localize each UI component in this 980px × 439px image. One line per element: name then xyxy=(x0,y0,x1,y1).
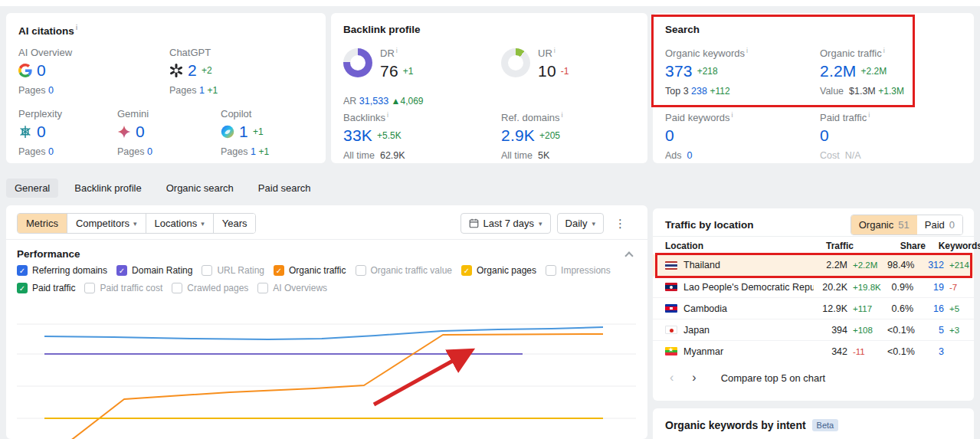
backlinks-alltime: All time 62.9K xyxy=(343,150,489,161)
location-row-thailand[interactable]: Thailand2.2M+2.2M98.4%312+214 xyxy=(653,254,974,276)
keywords-value[interactable]: 19 xyxy=(913,282,944,293)
filter-competitors-button[interactable]: Competitors▾ xyxy=(67,214,146,233)
ref-domains-label: Ref. domainsi xyxy=(501,111,647,123)
info-icon[interactable]: i xyxy=(746,47,748,54)
metric-label: Domain Rating xyxy=(132,265,192,276)
metric-checkbox-organic-traffic[interactable]: ✓Organic traffic xyxy=(274,265,346,276)
filter-years-button[interactable]: Years xyxy=(213,214,256,233)
checked-checkbox-icon[interactable]: ✓ xyxy=(274,265,284,276)
metric-label: Impressions xyxy=(561,265,611,276)
ai-citation-count[interactable]: 0 xyxy=(37,123,46,141)
info-icon[interactable]: i xyxy=(387,111,388,119)
organic-paid-toggle: Organic51 Paid0 xyxy=(851,215,963,235)
ref-domains-value[interactable]: 2.9K xyxy=(501,126,535,145)
metric-checkbox-organic-traffic-value[interactable]: Organic traffic value xyxy=(356,265,453,276)
location-row-japan[interactable]: Japan394+108<0.1%5+3 xyxy=(653,319,974,340)
prev-page-icon[interactable]: ‹ xyxy=(665,371,678,385)
compare-top5-link[interactable]: Compare top 5 on chart xyxy=(721,372,826,384)
google-g-icon xyxy=(18,64,32,77)
ai-citation-count[interactable]: 1 xyxy=(239,123,248,141)
paid-traffic-value[interactable]: 0 xyxy=(820,126,829,145)
metric-checkbox-paid-traffic[interactable]: ✓Paid traffic xyxy=(17,283,75,293)
flag-thailand-icon xyxy=(665,261,677,270)
metric-checkbox-impressions[interactable]: Impressions xyxy=(546,265,611,276)
ai-pages-row: Pages 1 +1 xyxy=(169,85,315,96)
metric-checkbox-domain-rating[interactable]: ✓Domain Rating xyxy=(116,265,192,276)
granularity-button[interactable]: Daily▾ xyxy=(557,213,604,234)
unchecked-checkbox-icon[interactable] xyxy=(546,265,556,276)
flag-myanmar-icon xyxy=(665,347,677,355)
tab-general[interactable]: General xyxy=(6,179,58,198)
unchecked-checkbox-icon[interactable] xyxy=(257,283,268,293)
next-page-icon[interactable]: › xyxy=(687,371,700,385)
keywords-value[interactable]: 16 xyxy=(913,303,944,314)
filter-metrics-button[interactable]: Metrics xyxy=(18,214,67,233)
checked-checkbox-icon[interactable]: ✓ xyxy=(116,265,127,276)
col-keywords: Keywords xyxy=(926,241,980,251)
metric-label: AI Overviews xyxy=(273,283,327,293)
tab-backlink-profile[interactable]: Backlink profile xyxy=(66,179,149,198)
ar-value[interactable]: 31,533 xyxy=(359,96,388,106)
info-icon[interactable]: i xyxy=(76,24,78,31)
ai-citations-card: AI citationsi AI Overview0Pages 0 ChatGP… xyxy=(6,13,326,163)
info-icon[interactable]: i xyxy=(562,111,563,119)
info-icon[interactable]: i xyxy=(554,47,556,54)
divider xyxy=(653,236,974,237)
metric-checkbox-referring-domains[interactable]: ✓Referring domains xyxy=(17,265,107,276)
info-icon[interactable]: i xyxy=(868,111,870,119)
traffic-delta: +2.2M xyxy=(847,260,887,270)
info-icon[interactable]: i xyxy=(732,111,733,119)
info-icon[interactable]: i xyxy=(396,47,398,54)
ai-citation-count[interactable]: 0 xyxy=(37,61,46,80)
gemini-icon xyxy=(117,125,131,139)
unchecked-checkbox-icon[interactable] xyxy=(84,283,95,293)
checked-checkbox-icon[interactable]: ✓ xyxy=(17,265,28,276)
keywords-value[interactable]: 3 xyxy=(913,346,944,357)
organic-traffic-value[interactable]: 2.2M xyxy=(820,62,857,80)
organic-keywords-value[interactable]: 373 xyxy=(665,62,693,80)
ai-citation-count[interactable]: 0 xyxy=(136,123,145,141)
metric-checkbox-organic-pages[interactable]: ✓Organic pages xyxy=(461,265,536,276)
location-name: Cambodia xyxy=(683,303,727,314)
metric-checkbox-ai-overviews[interactable]: AI Overviews xyxy=(257,283,327,293)
location-row-cambodia[interactable]: Cambodia12.9K+1170.6%16+5 xyxy=(653,297,974,319)
location-row-laos[interactable]: Lao People's Democratic Reput20.2K+19.8K… xyxy=(653,276,974,297)
date-range-button[interactable]: Last 7 days▾ xyxy=(461,213,551,234)
kebab-menu-icon[interactable]: ⋮ xyxy=(610,215,631,232)
perplexity-icon xyxy=(18,125,32,139)
toggle-paid[interactable]: Paid0 xyxy=(917,215,962,234)
metric-label: Organic pages xyxy=(477,265,536,276)
traffic-value-row: Value $1.3M +1.3M xyxy=(820,86,965,97)
paid-keywords-value[interactable]: 0 xyxy=(665,126,674,145)
metric-checkbox-paid-traffic-cost[interactable]: Paid traffic cost xyxy=(84,283,162,293)
keywords-value[interactable]: 312 xyxy=(913,260,944,270)
metric-label: Organic traffic xyxy=(289,265,346,276)
checked-checkbox-icon[interactable]: ✓ xyxy=(461,265,472,276)
tab-paid-search[interactable]: Paid search xyxy=(250,179,320,198)
chevron-down-icon: ▾ xyxy=(592,220,595,228)
collapse-chevron-up-icon[interactable] xyxy=(624,251,633,260)
performance-line-chart[interactable] xyxy=(6,299,647,439)
section-tabs: GeneralBacklink profileOrganic searchPai… xyxy=(6,179,320,198)
ai-citation-delta: +2 xyxy=(202,65,212,76)
organic-intent-title: Organic keywords by intent xyxy=(665,419,806,431)
ai-citation-count[interactable]: 2 xyxy=(188,61,197,80)
tab-organic-search[interactable]: Organic search xyxy=(158,179,242,198)
unchecked-checkbox-icon[interactable] xyxy=(202,265,212,276)
backlinks-value[interactable]: 33K xyxy=(343,126,372,145)
col-location: Location xyxy=(665,241,826,251)
unchecked-checkbox-icon[interactable] xyxy=(356,265,366,276)
keywords-value[interactable]: 5 xyxy=(913,325,944,336)
unchecked-checkbox-icon[interactable] xyxy=(172,283,182,293)
toggle-organic[interactable]: Organic51 xyxy=(851,215,917,234)
info-icon[interactable]: i xyxy=(883,47,885,54)
share-value: 0.6% xyxy=(887,303,913,314)
search-card: Search Organic keywordsi 373+218 Top 3 2… xyxy=(653,13,974,163)
metric-checkbox-crawled-pages[interactable]: Crawled pages xyxy=(172,283,248,293)
metric-checkbox-url-rating[interactable]: URL Rating xyxy=(202,265,264,276)
location-row-myanmar[interactable]: Myanmar342-11<0.1%3 xyxy=(653,340,974,362)
checked-checkbox-icon[interactable]: ✓ xyxy=(17,283,28,293)
metric-label: Crawled pages xyxy=(187,283,248,293)
traffic-value: 12.9K xyxy=(814,303,847,314)
filter-locations-button[interactable]: Locations▾ xyxy=(146,214,213,233)
